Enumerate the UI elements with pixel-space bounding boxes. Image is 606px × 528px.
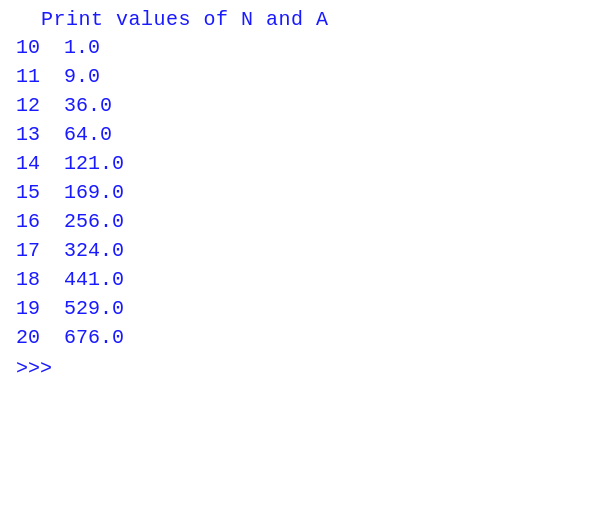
table-row: 16256.0 [16, 207, 590, 236]
prompt-line[interactable]: >>> [16, 354, 590, 383]
col-n-value: 17 [16, 236, 64, 265]
col-n-value: 12 [16, 91, 64, 120]
col-a-value: 441.0 [64, 265, 124, 294]
table-row: 1364.0 [16, 120, 590, 149]
col-n-value: 19 [16, 294, 64, 323]
table-row: 15169.0 [16, 178, 590, 207]
col-n-value: 10 [16, 33, 64, 62]
table-row: 1236.0 [16, 91, 590, 120]
col-a-value: 36.0 [64, 91, 112, 120]
col-a-value: 121.0 [64, 149, 124, 178]
table-row: 18441.0 [16, 265, 590, 294]
col-a-value: 1.0 [64, 33, 100, 62]
col-n-value: 13 [16, 120, 64, 149]
col-a-value: 324.0 [64, 236, 124, 265]
col-n-value: 15 [16, 178, 64, 207]
col-n-value: 18 [16, 265, 64, 294]
col-a-value: 529.0 [64, 294, 124, 323]
table-row: 17324.0 [16, 236, 590, 265]
col-a-value: 256.0 [64, 207, 124, 236]
table-row: 14121.0 [16, 149, 590, 178]
col-a-value: 64.0 [64, 120, 112, 149]
header-line: Print values of N and A [16, 8, 590, 31]
col-a-value: 676.0 [64, 323, 124, 352]
data-rows: 101.0119.01236.01364.014121.015169.01625… [16, 33, 590, 352]
col-n-value: 11 [16, 62, 64, 91]
col-n-value: 16 [16, 207, 64, 236]
col-a-value: 169.0 [64, 178, 124, 207]
console-output: Print values of N and A 101.0119.01236.0… [16, 8, 590, 383]
table-row: 19529.0 [16, 294, 590, 323]
table-row: 101.0 [16, 33, 590, 62]
col-n-value: 20 [16, 323, 64, 352]
col-n-value: 14 [16, 149, 64, 178]
table-row: 119.0 [16, 62, 590, 91]
col-a-value: 9.0 [64, 62, 100, 91]
table-row: 20676.0 [16, 323, 590, 352]
